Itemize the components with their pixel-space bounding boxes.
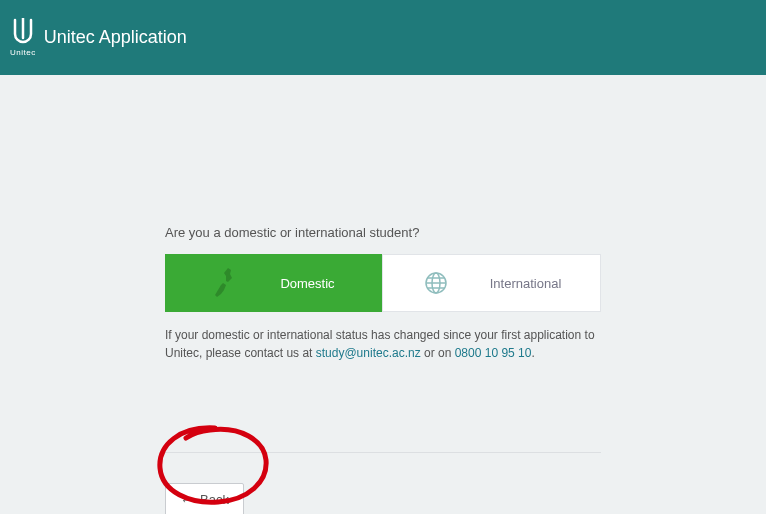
back-label: Back	[200, 492, 229, 507]
help-suffix: .	[531, 346, 534, 360]
international-label: International	[490, 276, 562, 291]
arrow-left-icon: ←	[180, 493, 194, 507]
globe-icon	[422, 271, 450, 295]
footer: ← Back	[165, 452, 601, 514]
contact-phone-link[interactable]: 0800 10 95 10	[455, 346, 532, 360]
student-type-toggle: Domestic International	[165, 254, 601, 312]
contact-email-link[interactable]: study@unitec.ac.nz	[316, 346, 421, 360]
unitec-logo-icon	[11, 18, 35, 46]
student-type-question: Are you a domestic or international stud…	[165, 225, 601, 240]
back-button[interactable]: ← Back	[165, 483, 244, 514]
app-title: Unitec Application	[44, 27, 187, 48]
logo: Unitec	[10, 18, 36, 57]
international-button[interactable]: International	[382, 254, 601, 312]
nz-map-icon	[212, 266, 240, 300]
domestic-label: Domestic	[280, 276, 334, 291]
help-mid: or on	[421, 346, 455, 360]
main-content: Are you a domestic or international stud…	[0, 225, 766, 514]
header: Unitec Unitec Application	[0, 0, 766, 75]
status-change-help: If your domestic or international status…	[165, 326, 601, 362]
domestic-button[interactable]: Domestic	[165, 254, 382, 312]
logo-text: Unitec	[10, 48, 36, 57]
